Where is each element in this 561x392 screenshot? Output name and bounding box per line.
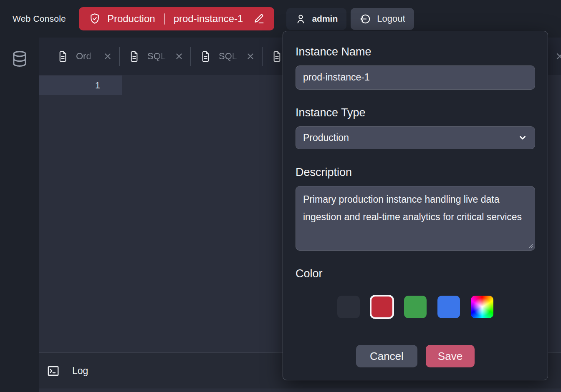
color-swatch-rainbow[interactable] bbox=[471, 296, 493, 318]
tab-label: SQL bbox=[219, 51, 240, 62]
edit-icon[interactable] bbox=[253, 13, 265, 25]
close-icon[interactable] bbox=[103, 52, 112, 61]
instance-settings-modal: Instance Name Instance Type Production D… bbox=[283, 31, 548, 380]
close-icon[interactable] bbox=[246, 52, 255, 61]
description-field-label: Description bbox=[296, 166, 535, 179]
color-field-label: Color bbox=[296, 267, 535, 280]
color-swatch-default[interactable] bbox=[337, 296, 360, 318]
instance-name-input[interactable] bbox=[296, 65, 535, 90]
file-icon bbox=[200, 50, 211, 63]
user-icon bbox=[295, 13, 306, 25]
close-icon[interactable] bbox=[174, 52, 184, 61]
file-icon bbox=[272, 50, 282, 63]
instance-name-field-label: Instance Name bbox=[296, 45, 535, 58]
color-swatch-blue[interactable] bbox=[437, 296, 460, 318]
cancel-button[interactable]: Cancel bbox=[356, 345, 417, 367]
editor-line-number[interactable]: 1 bbox=[39, 75, 122, 95]
tab-label: Ord bbox=[76, 51, 98, 62]
app-title: Web Console bbox=[13, 14, 66, 24]
instance-type-value: Production bbox=[303, 132, 349, 143]
color-swatch-green[interactable] bbox=[404, 296, 427, 318]
tab-label: SQL bbox=[147, 51, 169, 62]
file-icon bbox=[129, 50, 139, 63]
terminal-icon bbox=[46, 364, 60, 378]
instance-name-label: prod-instance-1 bbox=[174, 13, 243, 25]
tab-2[interactable]: SQL bbox=[120, 50, 190, 63]
file-icon bbox=[58, 50, 68, 63]
instance-type-field-label: Instance Type bbox=[296, 106, 535, 119]
sidebar bbox=[0, 38, 39, 392]
logout-label: Logout bbox=[377, 13, 405, 24]
description-wrap: Primary production instance handling liv… bbox=[296, 186, 535, 251]
tab-1[interactable]: Ord bbox=[39, 50, 119, 63]
username: admin bbox=[312, 14, 338, 24]
tab-3[interactable]: SQL bbox=[191, 50, 262, 63]
modal-button-row: Cancel Save bbox=[296, 345, 535, 367]
shield-check-icon bbox=[88, 13, 101, 25]
description-textarea[interactable]: Primary production instance handling liv… bbox=[296, 186, 535, 251]
log-panel-edge bbox=[39, 389, 561, 392]
logout-button[interactable]: Logout bbox=[351, 8, 414, 30]
log-label: Log bbox=[72, 365, 88, 377]
save-button[interactable]: Save bbox=[426, 345, 475, 367]
color-swatch-red[interactable] bbox=[370, 295, 394, 319]
environment-label: Production bbox=[107, 13, 155, 25]
user-chip: admin bbox=[286, 8, 346, 30]
badge-separator bbox=[164, 13, 165, 25]
chevron-down-icon bbox=[518, 133, 528, 143]
logout-icon bbox=[359, 13, 371, 25]
resize-handle-icon[interactable] bbox=[528, 243, 533, 248]
environment-badge[interactable]: Production prod-instance-1 bbox=[79, 7, 275, 30]
instance-type-select[interactable]: Production bbox=[296, 126, 535, 149]
color-swatch-row bbox=[296, 296, 535, 318]
close-icon[interactable] bbox=[555, 51, 561, 61]
web-console-app: Web Console Production prod-instance-1 bbox=[0, 0, 561, 392]
database-icon[interactable] bbox=[11, 49, 28, 392]
